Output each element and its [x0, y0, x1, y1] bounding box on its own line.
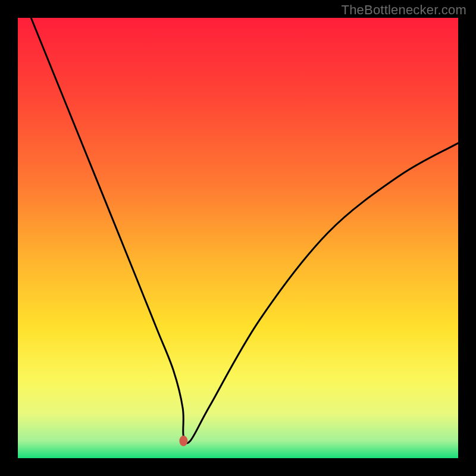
optimum-marker	[179, 436, 187, 446]
watermark-text: TheBottlenecker.com	[342, 2, 466, 18]
bottleneck-chart	[0, 0, 476, 476]
chart-frame: TheBottlenecker.com	[0, 0, 476, 476]
plot-background	[18, 18, 458, 458]
